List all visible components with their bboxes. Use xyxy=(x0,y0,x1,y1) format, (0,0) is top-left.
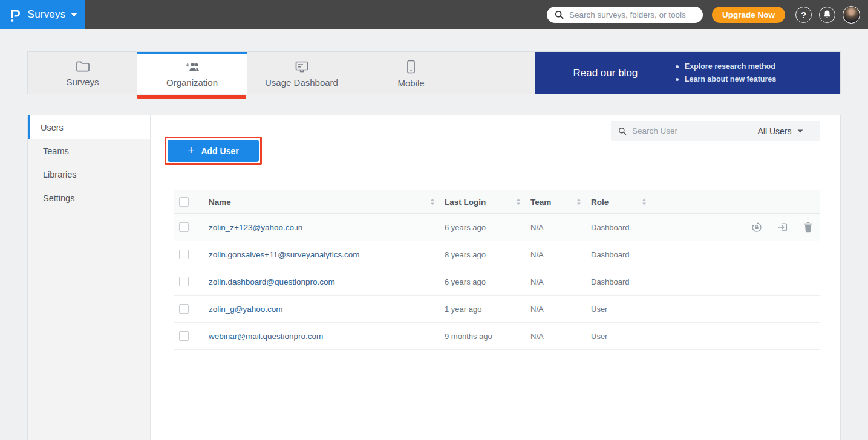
banner-bullet: Explore research method xyxy=(676,62,840,71)
blog-banner-bullets: Explore research method Learn about new … xyxy=(676,62,840,83)
global-search-input[interactable]: Search surveys, folders, or tools xyxy=(547,7,703,23)
add-user-button[interactable]: + Add User xyxy=(168,140,259,162)
user-email-link[interactable]: zolin.dashboard@questionpro.com xyxy=(209,277,335,286)
banner-bullet: Learn about new features xyxy=(676,75,840,83)
role-cell: Dashboard xyxy=(591,250,656,259)
upgrade-now-button[interactable]: Upgrade Now xyxy=(712,7,785,23)
role-cell: Dashboard xyxy=(591,223,656,232)
name-cell: zolin.dashboard@questionpro.com xyxy=(209,277,445,286)
role-cell: User xyxy=(591,332,656,341)
delete-user-icon[interactable] xyxy=(803,221,814,233)
team-cell: N/A xyxy=(530,305,591,314)
dashboard-monitor-icon xyxy=(295,60,309,73)
users-content: + Add User Search User All Users xyxy=(151,115,840,440)
product-label: Surveys xyxy=(28,8,66,21)
reset-password-icon[interactable] xyxy=(751,221,763,233)
tab-label: Organization xyxy=(166,77,218,88)
user-email-link[interactable]: zolin_z+123@yahoo.co.in xyxy=(209,223,302,232)
column-header-team[interactable]: Team xyxy=(530,198,591,207)
sidebar-item-users[interactable]: Users xyxy=(28,115,150,139)
sort-icon[interactable] xyxy=(576,198,581,205)
search-icon xyxy=(555,10,564,19)
name-cell: zolin_g@yahoo.com xyxy=(209,305,445,314)
row-checkbox[interactable] xyxy=(179,222,189,232)
row-checkbox-cell xyxy=(174,222,209,232)
column-header-role[interactable]: Role xyxy=(591,198,656,207)
annotation-add-user-highlight: + Add User xyxy=(165,137,262,165)
column-header-name[interactable]: Name xyxy=(209,198,445,207)
bullet-dot-icon xyxy=(676,78,679,81)
table-row: zolin.gonsalves+11@surveyanalytics.com 8… xyxy=(174,241,820,268)
tab-label: Usage Dashboard xyxy=(265,77,338,88)
name-cell: zolin.gonsalves+11@surveyanalytics.com xyxy=(209,250,445,259)
last-login-cell: 8 years ago xyxy=(445,250,530,259)
global-search-placeholder: Search surveys, folders, or tools xyxy=(569,10,686,19)
row-checkbox-cell xyxy=(174,250,209,259)
row-checkbox[interactable] xyxy=(179,250,189,259)
user-filter-dropdown[interactable]: All Users xyxy=(740,121,820,141)
plus-icon: + xyxy=(188,144,194,156)
sidebar-item-settings[interactable]: Settings xyxy=(28,186,150,210)
blog-banner[interactable]: Read our blog Explore research method Le… xyxy=(535,52,840,94)
bell-icon xyxy=(823,10,832,19)
sort-icon[interactable] xyxy=(516,198,521,205)
table-row: zolin.dashboard@questionpro.com 6 years … xyxy=(174,268,820,296)
last-login-cell: 6 years ago xyxy=(445,277,530,286)
team-cell: N/A xyxy=(530,223,591,232)
search-user-input[interactable]: Search User xyxy=(611,121,740,141)
last-login-cell: 9 months ago xyxy=(445,332,530,341)
product-switcher[interactable]: Surveys xyxy=(0,0,85,29)
top-bar: Surveys Search surveys, folders, or tool… xyxy=(0,0,868,29)
tab-surveys[interactable]: Surveys xyxy=(28,52,137,94)
search-user-placeholder: Search User xyxy=(632,126,677,135)
users-table: Name Last Login Team xyxy=(174,190,820,350)
login-as-user-icon[interactable] xyxy=(777,221,789,233)
blog-banner-title: Read our blog xyxy=(535,67,676,79)
add-people-icon xyxy=(184,60,200,73)
row-checkbox[interactable] xyxy=(179,277,189,286)
bullet-dot-icon xyxy=(676,65,679,68)
header-checkbox-cell xyxy=(174,197,209,207)
role-cell: User xyxy=(591,305,656,314)
user-email-link[interactable]: webinar@mail.questionpro.com xyxy=(209,332,323,341)
sort-icon[interactable] xyxy=(642,198,647,205)
notifications-button[interactable] xyxy=(819,7,835,23)
questionpro-logo-icon xyxy=(8,7,22,22)
select-all-checkbox[interactable] xyxy=(179,197,189,207)
row-checkbox[interactable] xyxy=(179,304,189,314)
last-login-cell: 6 years ago xyxy=(445,223,530,232)
tab-label: Surveys xyxy=(66,77,99,87)
team-cell: N/A xyxy=(530,277,591,286)
tab-usage-dashboard[interactable]: Usage Dashboard xyxy=(247,52,356,94)
tab-organization[interactable]: Organization xyxy=(137,52,247,94)
user-email-link[interactable]: zolin_g@yahoo.com xyxy=(209,305,283,314)
sort-icon[interactable] xyxy=(430,198,435,205)
team-cell: N/A xyxy=(530,250,591,259)
sidebar-item-teams[interactable]: Teams xyxy=(28,139,150,163)
user-email-link[interactable]: zolin.gonsalves+11@surveyanalytics.com xyxy=(209,250,359,259)
user-avatar[interactable] xyxy=(843,6,860,24)
table-row: zolin_g@yahoo.com 1 year ago N/A User xyxy=(174,296,820,323)
module-tab-bar: Surveys Organization Usage Dashboard Mob… xyxy=(27,51,841,94)
search-icon xyxy=(618,127,627,135)
name-cell: zolin_z+123@yahoo.co.in xyxy=(209,223,445,232)
user-controls: Search User All Users xyxy=(611,121,820,141)
row-checkbox-cell xyxy=(174,277,209,286)
folder-icon xyxy=(76,60,90,73)
mobile-phone-icon xyxy=(406,60,416,74)
org-sidebar: Users Teams Libraries Settings xyxy=(28,115,151,440)
table-row: webinar@mail.questionpro.com 9 months ag… xyxy=(174,323,820,350)
tab-mobile[interactable]: Mobile xyxy=(356,52,466,94)
row-checkbox[interactable] xyxy=(179,331,189,341)
sidebar-item-libraries[interactable]: Libraries xyxy=(28,163,150,186)
name-cell: webinar@mail.questionpro.com xyxy=(209,332,445,341)
chevron-down-icon xyxy=(797,129,803,133)
row-checkbox-cell xyxy=(174,304,209,314)
chevron-down-icon xyxy=(71,13,77,17)
column-header-last-login[interactable]: Last Login xyxy=(445,198,530,207)
help-button[interactable]: ? xyxy=(795,7,812,23)
annotation-tab-highlight xyxy=(137,95,246,99)
role-cell: Dashboard xyxy=(591,277,656,286)
table-row: zolin_z+123@yahoo.co.in 6 years ago N/A … xyxy=(174,214,820,241)
table-header: Name Last Login Team xyxy=(174,190,820,214)
